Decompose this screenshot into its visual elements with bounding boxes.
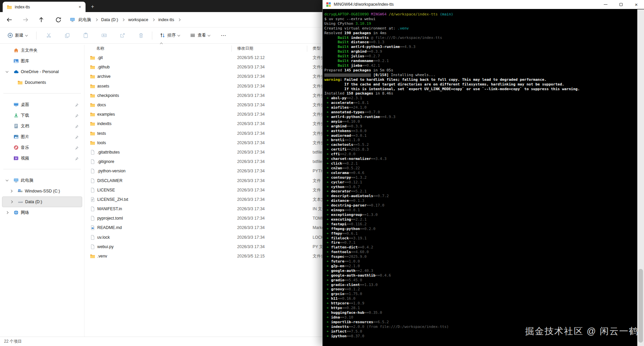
rename-button[interactable] bbox=[99, 31, 110, 40]
terminal-title-bar[interactable]: MINGW64:/d/workspace/index-tts × bbox=[323, 0, 644, 9]
file-row[interactable]: .github2026/3/3 17:34文件夹 bbox=[85, 62, 322, 72]
sidebar-item-network[interactable]: 网络 bbox=[2, 207, 82, 218]
sidebar-item-home[interactable]: 主文件夹 bbox=[2, 45, 82, 56]
tab-close-icon[interactable]: × bbox=[77, 4, 83, 10]
sidebar-item-label: 图库 bbox=[21, 58, 29, 64]
breadcrumb-item[interactable]: index-tts bbox=[156, 16, 176, 23]
chevron-down-icon bbox=[208, 34, 210, 36]
file-row[interactable]: .python-version2026/3/3 17:34PYTHON-VERS… bbox=[85, 166, 322, 176]
terminal-line: + cycler==0.12.1 bbox=[324, 180, 637, 185]
file-row[interactable]: docs2026/3/3 17:34文件夹 bbox=[85, 100, 322, 110]
file-row[interactable]: examples2026/3/3 17:34文件夹 bbox=[85, 110, 322, 119]
file-date: 2026/3/3 17:34 bbox=[237, 84, 265, 89]
sidebar-item-onedrive[interactable]: OneDrive - Personal bbox=[2, 66, 82, 77]
column-header-type[interactable]: 类型 bbox=[313, 46, 321, 51]
file-date: 2026/3/5 12:15 bbox=[237, 254, 265, 258]
sidebar-item-music[interactable]: 音乐 bbox=[2, 142, 82, 153]
file-row[interactable]: LICENSE_ZH.txt2026/3/3 17:34文本文档 bbox=[85, 195, 322, 204]
close-button[interactable]: × bbox=[629, 0, 644, 9]
file-row[interactable]: README.md2026/3/3 17:34Markdown 文件 bbox=[85, 223, 322, 232]
new-tab-button[interactable]: + bbox=[89, 3, 97, 11]
sidebar-item-label: 文档 bbox=[21, 123, 29, 129]
file-row[interactable]: checkpoints2026/3/3 17:34文件夹 bbox=[85, 91, 322, 100]
sidebar-item-pictures[interactable]: 图片 bbox=[2, 131, 82, 142]
terminal-line: + cffi==2.0.0 bbox=[324, 152, 637, 157]
copy-button[interactable] bbox=[62, 31, 73, 40]
file-name: tests bbox=[97, 131, 106, 136]
maximize-button[interactable] bbox=[613, 0, 629, 9]
column-header-name[interactable]: 名称 bbox=[96, 46, 104, 51]
chevron-right-icon[interactable] bbox=[10, 200, 13, 203]
file-row[interactable]: MANIFEST.in2026/3/3 17:34IN 文件 bbox=[85, 204, 322, 214]
delete-button[interactable] bbox=[136, 31, 147, 40]
share-button[interactable] bbox=[117, 31, 128, 40]
chevron-down-icon[interactable] bbox=[6, 178, 8, 181]
up-button[interactable] bbox=[38, 16, 45, 23]
cut-button[interactable] bbox=[43, 31, 54, 40]
file-row[interactable]: webui.py2026/3/3 17:34PY 文件 bbox=[85, 242, 322, 251]
file-row[interactable]: uv.lock2026/3/3 17:34LOCK 文件 bbox=[85, 233, 322, 242]
paste-button[interactable] bbox=[80, 31, 91, 40]
sidebar-item-drive[interactable]: Data (D:) bbox=[2, 196, 82, 207]
file-row[interactable]: archive2026/3/3 17:34文件夹 bbox=[85, 72, 322, 81]
terminal-line: + einops==0.8.1 bbox=[324, 208, 637, 213]
sidebar-item-pc[interactable]: 此电脑 bbox=[2, 175, 82, 186]
file-row[interactable]: DISCLAIMER2026/3/3 17:34文件 bbox=[85, 176, 322, 185]
terminal-title: MINGW64:/d/workspace/index-tts bbox=[334, 2, 394, 7]
terminal-line: Resolved 190 packages in 4ms bbox=[324, 31, 637, 36]
sidebar-item-gallery[interactable]: 图库 bbox=[2, 56, 82, 66]
file-row[interactable]: .gitattributes2026/3/3 17:34txtfile bbox=[85, 148, 322, 157]
view-button[interactable]: 查看 bbox=[187, 31, 213, 40]
pin-icon bbox=[74, 135, 79, 139]
sidebar-item-desktop[interactable]: 桌面 bbox=[2, 99, 82, 110]
minimize-button[interactable] bbox=[598, 0, 613, 9]
breadcrumb-item[interactable]: workspace bbox=[126, 16, 150, 23]
terminal-line: + groovy==0.1.2 bbox=[324, 287, 637, 292]
terminal-scrollbar[interactable] bbox=[637, 9, 644, 346]
forward-button[interactable] bbox=[22, 16, 29, 23]
chevron-right-icon[interactable] bbox=[10, 190, 12, 192]
file-row[interactable]: .gitignore2026/3/3 17:34txtfile bbox=[85, 157, 322, 166]
file-row[interactable]: .venv2026/3/5 12:15文件夹 bbox=[85, 251, 322, 261]
terminal-line: + fire==0.7.1 bbox=[324, 240, 637, 245]
sidebar-item-drivewin[interactable]: Windows-SSD (C:) bbox=[2, 186, 82, 196]
terminal-line: + gradio-client==1.13.0 bbox=[324, 283, 637, 287]
more-options-button[interactable]: ⋯ bbox=[217, 32, 230, 39]
file-row[interactable]: .git2026/3/5 12:12文件夹 bbox=[85, 53, 322, 62]
column-header-date[interactable]: 修改日期 bbox=[237, 46, 253, 51]
onedrive-icon bbox=[13, 69, 19, 74]
maximize-icon bbox=[620, 3, 623, 6]
file-row[interactable]: pyproject.toml2026/3/3 17:34TOML 文件 bbox=[85, 214, 322, 223]
new-button[interactable]: 新建 bbox=[5, 31, 30, 40]
file-date: 2026/3/3 17:34 bbox=[237, 178, 265, 183]
terminal-line: + huggingface-hub==0.35.0 bbox=[324, 310, 637, 315]
sidebar-divider bbox=[3, 93, 81, 94]
file-date: 2026/3/3 17:34 bbox=[237, 150, 265, 155]
refresh-button[interactable] bbox=[55, 16, 62, 23]
sidebar-item-folder[interactable]: Documents bbox=[2, 77, 82, 88]
file-row[interactable]: tools2026/3/3 17:34文件夹 bbox=[85, 138, 322, 148]
terminal-output[interactable]: dcry@LAPTOP-OG8IO09O MINGW64 /d/workspac… bbox=[323, 9, 637, 346]
file-date: 2026/3/3 17:34 bbox=[237, 244, 265, 249]
scrollbar-thumb[interactable] bbox=[638, 269, 643, 343]
file-row[interactable]: indextts2026/3/3 17:34文件夹 bbox=[85, 119, 322, 128]
breadcrumb-item[interactable]: Data (D:) bbox=[99, 16, 120, 23]
folder-icon bbox=[90, 83, 95, 89]
file-row[interactable]: assets2026/3/3 17:34文件夹 bbox=[85, 81, 322, 91]
file-row[interactable]: LICENSE2026/3/3 17:34文件 bbox=[85, 185, 322, 195]
terminal-line: + future==1.0.0 bbox=[324, 259, 637, 264]
explorer-tab-index-tts[interactable]: index-tts × bbox=[3, 2, 86, 12]
back-button[interactable] bbox=[6, 16, 13, 23]
download-icon bbox=[13, 113, 19, 118]
file-row[interactable]: tests2026/3/3 17:34文件夹 bbox=[85, 129, 322, 138]
sidebar-item-video[interactable]: 视频 bbox=[2, 153, 82, 164]
sort-button[interactable]: 排序 bbox=[157, 31, 182, 40]
terminal-line: + exceptiongroup==1.3.0 bbox=[324, 213, 637, 217]
chevron-right-icon[interactable] bbox=[6, 211, 8, 214]
chevron-down-icon[interactable] bbox=[6, 70, 8, 72]
terminal-line: + annotated-types==0.7.0 bbox=[324, 110, 637, 115]
sidebar-item-download[interactable]: 下载 bbox=[2, 110, 82, 121]
sidebar-item-doc[interactable]: 文档 bbox=[2, 121, 82, 131]
explorer-navigation-bar: 此电脑Data (D:)workspaceindex-tts bbox=[0, 12, 322, 27]
breadcrumb-item[interactable]: 此电脑 bbox=[76, 16, 93, 24]
